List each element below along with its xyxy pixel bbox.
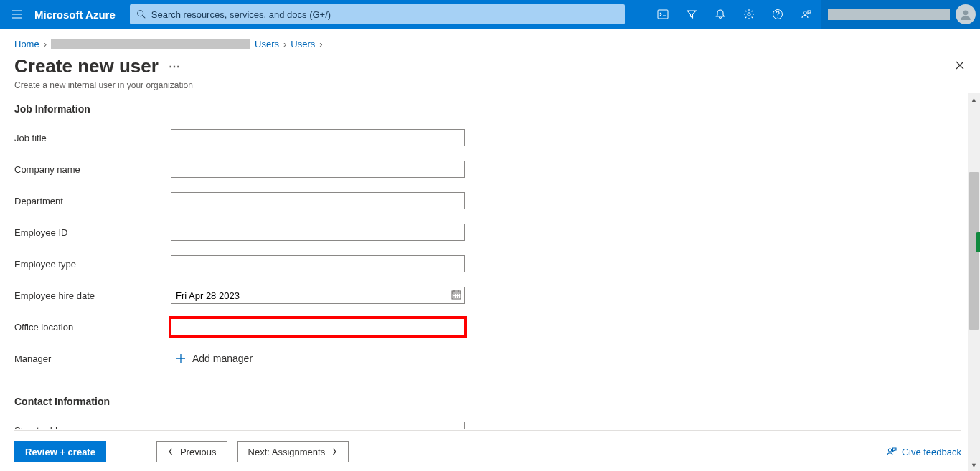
next-button[interactable]: Next: Assignments [237, 441, 349, 462]
search-icon [136, 9, 147, 19]
svg-point-4 [804, 11, 807, 15]
label-office-location: Office location [14, 322, 171, 333]
svg-point-2 [748, 13, 750, 16]
svg-point-0 [138, 11, 143, 16]
previous-button[interactable]: Previous [156, 441, 227, 462]
review-create-button[interactable]: Review + create [14, 441, 106, 462]
calendar-icon [451, 289, 462, 300]
input-office-location[interactable] [171, 318, 465, 336]
label-employee-type: Employee type [14, 259, 171, 270]
label-street-address: Street address [14, 425, 171, 430]
give-feedback-label: Give feedback [902, 447, 961, 457]
account-area[interactable] [821, 0, 980, 29]
calendar-picker-button[interactable] [451, 289, 462, 303]
review-create-label: Review + create [25, 447, 95, 457]
breadcrumb-tenant-masked [51, 39, 250, 49]
svg-rect-6 [452, 291, 461, 299]
input-job-title[interactable] [171, 129, 465, 146]
add-manager-button[interactable]: Add manager [171, 353, 465, 364]
global-search[interactable] [130, 4, 625, 24]
input-employee-type[interactable] [171, 255, 465, 272]
breadcrumb-users-1[interactable]: Users [255, 39, 279, 49]
give-feedback-link[interactable]: Give feedback [886, 446, 961, 457]
feedback-top-button[interactable] [792, 0, 821, 29]
next-label: Next: Assignments [248, 447, 326, 457]
page-title: Create new user [14, 55, 159, 77]
label-employee-id: Employee ID [14, 227, 171, 238]
avatar-icon [959, 8, 972, 21]
svg-point-5 [963, 10, 969, 15]
breadcrumb-home[interactable]: Home [14, 39, 39, 49]
global-search-input[interactable] [147, 9, 619, 20]
more-actions-button[interactable]: ⋯ [169, 60, 182, 73]
footer-bar: Review + create Previous Next: Assignmen… [14, 430, 961, 462]
gear-icon [743, 9, 755, 20]
chevron-right-icon: › [283, 39, 286, 49]
hamburger-menu[interactable] [0, 9, 34, 20]
scroll-up-button[interactable]: ▲ [968, 93, 980, 105]
label-company-name: Company name [14, 164, 171, 175]
chevron-right-icon: › [44, 39, 47, 49]
breadcrumb: Home › Users › Users › [0, 29, 980, 52]
svg-point-7 [888, 449, 891, 452]
input-department[interactable] [171, 192, 465, 209]
brand-label[interactable]: Microsoft Azure [34, 9, 130, 21]
hamburger-icon [11, 9, 23, 20]
breadcrumb-users-2[interactable]: Users [291, 39, 315, 49]
highlight-office-location [171, 318, 465, 336]
chevron-left-icon [167, 448, 174, 455]
cloud-shell-button[interactable] [649, 0, 677, 29]
section-contact-information: Contact Information [14, 396, 961, 407]
directory-filter-button[interactable] [677, 0, 706, 29]
scrollbar[interactable]: ▲ ▼ [968, 93, 980, 471]
help-button[interactable] [763, 0, 792, 29]
person-feedback-icon [886, 446, 897, 457]
person-feedback-icon [801, 9, 812, 20]
settings-button[interactable] [735, 0, 763, 29]
section-job-information: Job Information [14, 103, 961, 115]
input-company-name[interactable] [171, 161, 465, 178]
notifications-button[interactable] [706, 0, 735, 29]
scroll-down-button[interactable]: ▼ [968, 459, 980, 471]
filter-icon [686, 9, 697, 20]
close-icon [954, 60, 966, 71]
input-employee-hire-date[interactable] [171, 287, 465, 304]
add-manager-label: Add manager [192, 353, 253, 364]
form-area: Job Information Job title Company name D… [14, 100, 961, 429]
input-employee-id[interactable] [171, 224, 465, 241]
svg-rect-1 [658, 10, 668, 19]
label-department: Department [14, 196, 171, 206]
close-blade-button[interactable] [954, 60, 966, 74]
bell-icon [715, 9, 726, 20]
account-email-masked [828, 9, 950, 20]
side-indicator [976, 232, 980, 252]
label-job-title: Job title [14, 133, 171, 143]
page-subtitle: Create a new internal user in your organ… [0, 79, 980, 100]
help-icon [772, 9, 783, 20]
input-street-address[interactable] [171, 422, 465, 429]
label-manager: Manager [14, 353, 171, 364]
avatar[interactable] [956, 4, 976, 24]
title-bar: Create new user ⋯ [0, 52, 980, 79]
plus-icon [175, 353, 187, 364]
top-bar: Microsoft Azure [0, 0, 980, 29]
label-employee-hire-date: Employee hire date [14, 290, 171, 301]
chevron-right-icon: › [319, 39, 322, 49]
chevron-right-icon [331, 448, 338, 455]
previous-label: Previous [180, 447, 217, 457]
cloud-shell-icon [657, 9, 669, 20]
